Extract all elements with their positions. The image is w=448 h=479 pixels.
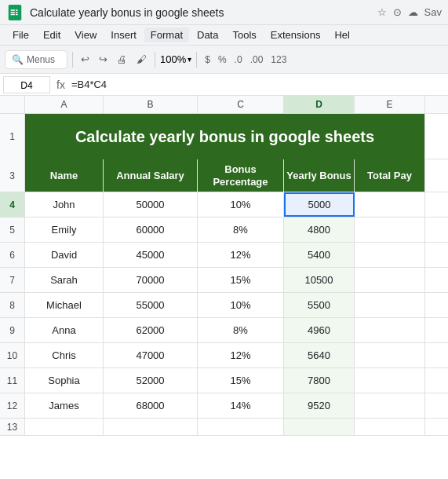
cell-4-name[interactable]: John	[25, 192, 104, 217]
menu-format[interactable]: Format	[144, 27, 189, 42]
table-row-5: 5 Emily 60000 8% 4800	[0, 218, 448, 243]
table-row-13: 13	[0, 419, 448, 436]
cell-10-yearly-bonus[interactable]: 5640	[284, 343, 355, 367]
zoom-value: 100%	[160, 53, 186, 65]
menu-view[interactable]: View	[68, 27, 103, 42]
cell-13-d[interactable]	[284, 419, 355, 435]
cell-9-yearly-bonus[interactable]: 4960	[284, 318, 355, 342]
col-header-b[interactable]: B	[104, 96, 198, 113]
cell-7-yearly-bonus[interactable]: 10500	[284, 268, 355, 292]
cell-6-yearly-bonus[interactable]: 5400	[284, 243, 355, 267]
cell-8-total-pay[interactable]	[355, 293, 425, 317]
menu-bar: File Edit View Insert Format Data Tools …	[0, 25, 448, 46]
cell-7-name[interactable]: Sarah	[25, 268, 104, 292]
cell-5-total-pay[interactable]	[355, 218, 425, 242]
cell-12-yearly-bonus[interactable]: 9520	[284, 393, 355, 418]
cell-10-total-pay[interactable]	[355, 343, 425, 367]
title-bar: Calculate yearly bonus in google sheets …	[0, 0, 448, 25]
save-label[interactable]: Sav	[424, 6, 442, 18]
cell-11-total-pay[interactable]	[355, 368, 425, 393]
cell-4-salary[interactable]: 50000	[104, 192, 198, 217]
cell-12-bonus-pct[interactable]: 14%	[198, 393, 284, 418]
row-num-8: 8	[0, 293, 25, 317]
col-header-e[interactable]: E	[355, 96, 425, 113]
cell-8-bonus-pct[interactable]: 10%	[198, 293, 284, 317]
undo-button[interactable]: ↩	[78, 52, 93, 67]
zoom-control[interactable]: 100% ▾	[160, 53, 191, 65]
redo-button[interactable]: ↪	[96, 52, 111, 67]
cell-7-total-pay[interactable]	[355, 268, 425, 292]
cell-10-bonus-pct[interactable]: 12%	[198, 343, 284, 367]
cell-11-bonus-pct[interactable]: 15%	[198, 368, 284, 393]
cell-8-name[interactable]: Michael	[25, 293, 104, 317]
star-icon[interactable]: ☆	[377, 6, 387, 18]
cell-reference[interactable]: D4	[3, 76, 50, 93]
svg-rect-3	[11, 13, 16, 14]
cell-11-yearly-bonus[interactable]: 7800	[284, 368, 355, 393]
cell-8-yearly-bonus[interactable]: 5500	[284, 293, 355, 317]
cell-9-salary[interactable]: 62000	[104, 318, 198, 342]
menu-data[interactable]: Data	[191, 27, 224, 42]
cell-4-bonus-pct[interactable]: 10%	[198, 192, 284, 217]
row-num-3: 3	[0, 159, 25, 192]
cell-10-name[interactable]: Chris	[25, 343, 104, 367]
print-button[interactable]: 🖨	[114, 52, 130, 67]
table-row-7: 7 Sarah 70000 15% 10500	[0, 268, 448, 293]
cell-12-salary[interactable]: 68000	[104, 393, 198, 418]
formula-icon: fx	[56, 79, 65, 91]
cell-13-b[interactable]	[104, 419, 198, 435]
cell-6-bonus-pct[interactable]: 12%	[198, 243, 284, 267]
cell-5-yearly-bonus[interactable]: 4800	[284, 218, 355, 242]
menu-help[interactable]: Hel	[328, 27, 356, 42]
table-row-8: 8 Michael 55000 10% 5500	[0, 293, 448, 318]
cell-10-salary[interactable]: 47000	[104, 343, 198, 367]
percent-button[interactable]: %	[215, 53, 230, 67]
cell-5-bonus-pct[interactable]: 8%	[198, 218, 284, 242]
paint-format-button[interactable]: 🖌	[133, 52, 150, 67]
row-num-13: 13	[0, 419, 25, 435]
dec-decimals-button[interactable]: .0	[231, 53, 246, 67]
cell-4-yearly-bonus[interactable]: 5000	[284, 192, 355, 217]
cell-13-a[interactable]	[25, 419, 104, 435]
menu-edit[interactable]: Edit	[37, 27, 67, 42]
cell-13-e[interactable]	[355, 419, 425, 435]
currency-button[interactable]: $	[202, 53, 213, 67]
inc-decimals-button[interactable]: .00	[247, 53, 267, 67]
cell-6-name[interactable]: David	[25, 243, 104, 267]
cell-5-name[interactable]: Emily	[25, 218, 104, 242]
history-icon[interactable]: ⊙	[393, 6, 402, 18]
table-row-4: 4 John 50000 10% 5000	[0, 192, 448, 218]
cell-12-name[interactable]: James	[25, 393, 104, 418]
cell-7-bonus-pct[interactable]: 15%	[198, 268, 284, 292]
separator-3	[196, 52, 197, 68]
cell-11-salary[interactable]: 52000	[104, 368, 198, 393]
cell-6-salary[interactable]: 45000	[104, 243, 198, 267]
search-box[interactable]: 🔍 Menus	[5, 50, 67, 69]
table-row-9: 9 Anna 62000 8% 4960	[0, 318, 448, 343]
cell-9-bonus-pct[interactable]: 8%	[198, 318, 284, 342]
zoom-dropdown-icon[interactable]: ▾	[188, 55, 191, 64]
col-header-c[interactable]: C	[198, 96, 284, 113]
cell-11-name[interactable]: Sophia	[25, 368, 104, 393]
col-header-d[interactable]: D	[284, 96, 355, 113]
cell-12-total-pay[interactable]	[355, 393, 425, 418]
menu-tools[interactable]: Tools	[226, 27, 262, 42]
row-num-4: 4	[0, 192, 25, 217]
cell-4-total-pay[interactable]	[355, 192, 425, 217]
menu-file[interactable]: File	[6, 27, 35, 42]
cloud-icon[interactable]: ☁	[408, 6, 418, 18]
col-header-a[interactable]: A	[25, 96, 104, 113]
menu-extensions[interactable]: Extensions	[264, 27, 327, 42]
cell-5-salary[interactable]: 60000	[104, 218, 198, 242]
cell-13-c[interactable]	[198, 419, 284, 435]
cell-8-salary[interactable]: 55000	[104, 293, 198, 317]
number-format-button[interactable]: 123	[268, 53, 290, 67]
cell-6-total-pay[interactable]	[355, 243, 425, 267]
formula-input[interactable]: =B4*C4	[71, 79, 445, 90]
cell-9-name[interactable]: Anna	[25, 318, 104, 342]
title-actions: ☆ ⊙ ☁ Sav	[377, 6, 442, 18]
cell-7-salary[interactable]: 70000	[104, 268, 198, 292]
menu-insert[interactable]: Insert	[104, 27, 143, 42]
cell-9-total-pay[interactable]	[355, 318, 425, 342]
sheets-app-icon	[6, 4, 24, 21]
